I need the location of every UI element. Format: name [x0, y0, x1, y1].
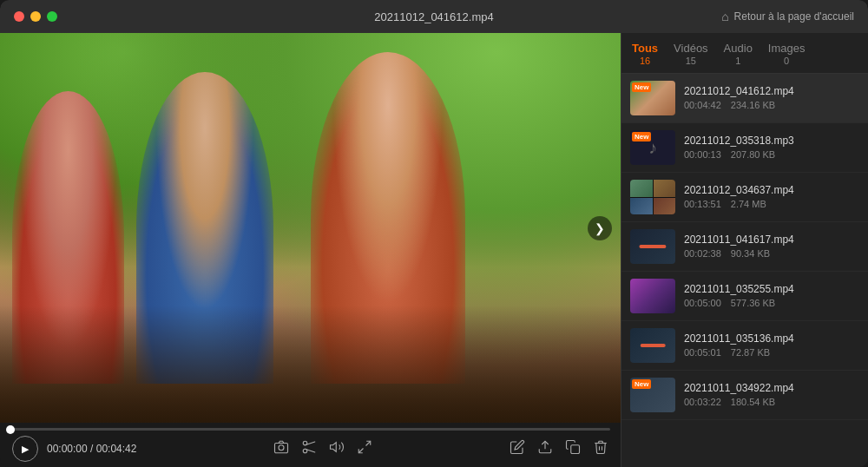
tab-images-count: 0: [784, 56, 789, 66]
cut-icon[interactable]: [301, 439, 317, 458]
close-button[interactable]: [14, 11, 24, 22]
tab-tous[interactable]: Tous 16: [632, 42, 658, 66]
file-meta: 00:13:51 2.74 MB: [684, 198, 859, 211]
file-info: 20211012_034637.mp4 00:13:51 2.74 MB: [684, 184, 859, 211]
tab-audio-label: Audio: [724, 42, 753, 55]
thumbnail-image: [630, 279, 675, 313]
tab-videos-label: Vidéos: [674, 42, 708, 55]
file-thumbnail: ♪ New: [630, 130, 675, 165]
file-thumbnail: [630, 229, 675, 264]
thumbnail-image: [630, 328, 675, 363]
traffic-lights: [14, 11, 57, 22]
thumb-indicator: [641, 344, 666, 347]
maximize-button[interactable]: [47, 11, 57, 22]
controls-bar: ▶ 00:00:00 / 00:04:42: [0, 431, 621, 467]
next-button[interactable]: ❯: [588, 216, 612, 240]
right-panel: Tous 16 Vidéos 15 Audio 1 Images 0 New: [621, 33, 868, 467]
list-item[interactable]: 20211011_035136.mp4 00:05:01 72.87 KB: [621, 321, 868, 371]
file-list: New 20211012_041612.mp4 00:04:42 234.16 …: [621, 74, 868, 467]
tab-audio-count: 1: [735, 56, 740, 66]
video-panel: ❯ ▶ 00:00:00 / 00:04:42: [0, 33, 621, 467]
svg-line-8: [358, 449, 363, 453]
share-icon[interactable]: [537, 439, 553, 458]
thumb-indicator: [639, 245, 666, 248]
tab-tous-count: 16: [640, 56, 650, 66]
progress-handle[interactable]: [6, 425, 15, 434]
tab-videos[interactable]: Vidéos 15: [674, 42, 708, 66]
list-item[interactable]: ♪ New 20211012_035318.mp3 00:00:13 207.8…: [621, 123, 868, 173]
svg-marker-6: [331, 443, 337, 452]
controls-left: ▶ 00:00:00 / 00:04:42: [12, 436, 136, 462]
edit-icon[interactable]: [510, 439, 525, 458]
list-item[interactable]: 20211011_041617.mp4 00:02:38 90.34 KB: [621, 222, 868, 272]
window-title: 20211012_041612.mp4: [374, 10, 493, 23]
minimize-button[interactable]: [30, 11, 41, 22]
file-name: 20211012_035318.mp3: [684, 135, 859, 147]
home-link-label: Retour à la page d'accueil: [734, 10, 854, 23]
grid-cell: [654, 180, 676, 197]
volume-icon[interactable]: [329, 439, 345, 458]
main-layout: ❯ ▶ 00:00:00 / 00:04:42: [0, 33, 868, 467]
filter-tabs: Tous 16 Vidéos 15 Audio 1 Images 0: [621, 33, 868, 74]
svg-line-7: [366, 441, 371, 445]
current-time: 00:00:00: [47, 443, 88, 455]
file-name: 20211012_034637.mp4: [684, 184, 859, 196]
home-icon: ⌂: [721, 10, 728, 23]
file-meta: 00:03:22 180.54 KB: [684, 396, 859, 409]
play-button[interactable]: ▶: [12, 436, 38, 462]
file-meta: 00:05:00 577.36 KB: [684, 297, 859, 310]
file-thumbnail: New: [630, 81, 675, 115]
fullscreen-icon[interactable]: [357, 439, 372, 458]
new-badge: New: [632, 379, 651, 389]
progress-bar-container: [0, 423, 621, 431]
list-item[interactable]: 20211011_035255.mp4 00:05:00 577.36 KB: [621, 272, 868, 321]
file-meta: 00:02:38 90.34 KB: [684, 247, 859, 260]
grid-cell: [654, 198, 676, 215]
file-info: 20211011_035255.mp4 00:05:00 577.36 KB: [684, 283, 859, 310]
tab-images-label: Images: [768, 42, 806, 55]
time-display: 00:00:00 / 00:04:42: [47, 443, 136, 455]
file-meta: 00:00:13 207.80 KB: [684, 148, 859, 161]
tab-videos-count: 15: [686, 56, 696, 66]
file-thumbnail: [630, 328, 675, 363]
thumbnail-image: [630, 229, 675, 264]
video-background: [0, 33, 621, 423]
file-name: 20211011_034922.mp4: [684, 382, 859, 394]
tab-tous-label: Tous: [632, 42, 658, 55]
file-name: 20211011_041617.mp4: [684, 234, 859, 246]
time-separator: /: [90, 443, 96, 455]
file-thumbnail: [630, 279, 675, 313]
controls-center: [273, 439, 372, 458]
new-badge: New: [632, 82, 651, 92]
file-info: 20211011_034922.mp4 00:03:22 180.54 KB: [684, 382, 859, 409]
title-bar: 20211012_041612.mp4 ⌂ Retour à la page d…: [0, 0, 868, 33]
home-link[interactable]: ⌂ Retour à la page d'accueil: [721, 10, 854, 23]
grid-cell: [630, 180, 653, 197]
file-meta: 00:04:42 234.16 KB: [684, 99, 859, 112]
svg-rect-10: [571, 445, 580, 454]
file-thumbnail: [630, 180, 675, 214]
video-container[interactable]: ❯: [0, 33, 621, 423]
list-item[interactable]: 20211012_034637.mp4 00:13:51 2.74 MB: [621, 173, 868, 222]
copy-icon[interactable]: [565, 439, 581, 458]
new-badge: New: [632, 132, 651, 141]
file-meta: 00:05:01 72.87 KB: [684, 346, 859, 359]
controls-right: [510, 439, 608, 458]
file-info: 20211012_041612.mp4 00:04:42 234.16 KB: [684, 85, 859, 112]
play-icon: ▶: [22, 444, 29, 455]
file-thumbnail: New: [630, 378, 675, 412]
delete-icon[interactable]: [593, 439, 608, 458]
tab-audio[interactable]: Audio 1: [724, 42, 753, 66]
file-info: 20211011_035136.mp4 00:05:01 72.87 KB: [684, 332, 859, 359]
file-name: 20211011_035255.mp4: [684, 283, 859, 295]
total-time: 00:04:42: [96, 443, 137, 455]
list-item[interactable]: New 20211011_034922.mp4 00:03:22 180.54 …: [621, 371, 868, 420]
table-foreground: [0, 306, 621, 423]
file-name: 20211011_035136.mp4: [684, 332, 859, 345]
snapshot-icon[interactable]: [273, 439, 289, 458]
progress-track[interactable]: [10, 428, 610, 431]
file-name: 20211012_041612.mp4: [684, 85, 859, 97]
list-item[interactable]: New 20211012_041612.mp4 00:04:42 234.16 …: [621, 74, 868, 123]
file-info: 20211012_035318.mp3 00:00:13 207.80 KB: [684, 135, 859, 161]
tab-images[interactable]: Images 0: [768, 42, 806, 66]
